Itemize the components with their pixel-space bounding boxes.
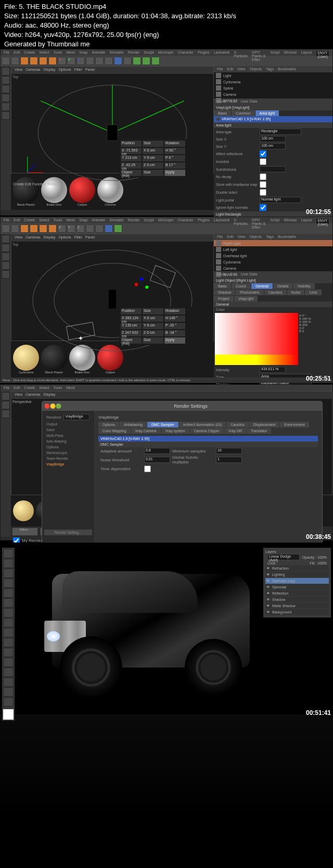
generator-icon[interactable] [142,57,150,65]
dodge-tool-icon[interactable] [3,648,14,657]
render-settings-icon[interactable] [105,57,113,65]
wand-tool-icon[interactable] [3,578,14,588]
invisible-checkbox[interactable] [260,158,266,165]
material-manager[interactable]: Create Edit Function Texture Black Plast… [11,173,214,210]
dialog-title: 🔴🟡🟢Render Settings [42,401,322,411]
spline-icon[interactable] [123,57,132,65]
irradiance-checkbox[interactable] [260,181,266,188]
redo-icon[interactable] [11,57,19,65]
move-tool-icon[interactable] [3,549,14,558]
poly-mode-icon[interactable] [2,103,10,111]
scale-icon[interactable] [39,57,47,65]
svg-rect-11 [67,322,95,340]
rotate-icon[interactable] [48,57,57,65]
effect-button[interactable]: Effect... [12,527,38,536]
layers-panel[interactable]: Layers Linear Dodge (Add)Opacity:100% Lo… [263,548,331,618]
color-picker[interactable] [215,313,298,365]
layer-specular[interactable]: 👁Specular [265,584,329,590]
svg-point-15 [140,278,143,281]
layer-lighting[interactable]: 👁Lighting [265,572,329,577]
texture-mode-icon[interactable] [2,111,10,120]
apply-button-2[interactable]: Apply [164,337,185,344]
edge-mode-icon[interactable] [2,94,10,102]
time-dependent-checkbox[interactable] [144,466,151,472]
ignore-normals-checkbox[interactable] [260,204,266,211]
mode-sidebar[interactable] [1,66,11,210]
car-wheel-rear [185,639,242,696]
eraser-tool-icon[interactable] [3,628,14,637]
point-mode-icon[interactable] [2,85,10,93]
timestamp-3: 00:38:45 [306,533,331,540]
layer-reflection[interactable]: 👁Reflection [265,590,329,596]
c4d-panel-2: FileEditCreateSelectToolsMeshSnapAnimate… [0,217,333,383]
gradient-tool-icon[interactable] [3,638,14,647]
cube-icon[interactable] [114,57,122,65]
render-icon[interactable] [86,57,94,65]
vray-version: ⚫ VRAYforC4D 1.9 [V-RAY 2.55] [214,116,332,122]
object-tree[interactable]: Light Cyclorama Spline Camera BMW X6 [214,72,332,98]
doublesided-checkbox[interactable] [260,189,266,196]
render-region-icon[interactable] [95,57,104,65]
material-brake-disc[interactable] [41,177,67,203]
y-axis-icon[interactable]: Y [67,57,75,65]
layer-refraction[interactable]: 👁Refraction [265,565,329,571]
material-manager-2[interactable]: Cyclorama Black Plastic Brake Disc Calip… [11,341,214,378]
model-mode-icon[interactable] [2,67,10,76]
svg-rect-10 [150,266,175,288]
layer-shadow[interactable]: 👁Shadow [265,597,329,602]
material-caliper[interactable] [69,177,95,203]
object-tree-2[interactable]: Right Light Left light Overhead light Cy… [214,240,332,271]
coordinates-panel-2[interactable]: PositionSizeRotation X 285.124 cmX 0 cmH… [119,307,213,345]
coordinates-panel[interactable]: PositionSizeRotation X -71.593 cmX 0 cmH… [119,139,213,178]
car-wheel-front [60,636,122,699]
layer-matte-shadow[interactable]: 👁Matte Shadow [265,603,329,609]
timestamp-4: 00:51:41 [306,709,331,716]
floor-reflection [0,714,333,819]
material-chrome[interactable] [97,177,123,203]
undo-icon[interactable] [2,57,10,65]
marquee-tool-icon[interactable] [3,559,14,568]
photoshop-panel: Layers Linear Dodge (Add)Opacity:100% Lo… [0,543,333,868]
main-toolbar[interactable]: XYZ [1,56,332,66]
pen-tool-icon[interactable] [3,658,14,667]
object-mode-icon[interactable] [2,76,10,84]
layer-background[interactable]: 👁Background [265,609,329,615]
lasso-tool-icon[interactable] [3,569,14,578]
material-cyclorama[interactable] [13,345,39,371]
crop-tool-icon[interactable] [3,588,14,598]
affect-reflections-checkbox[interactable] [260,150,266,157]
brush-tool-icon[interactable] [3,608,14,618]
hand-tool-icon[interactable] [3,687,14,697]
deformer-icon[interactable] [151,57,160,65]
headlight [47,631,60,641]
material-black-plastic[interactable] [13,177,39,203]
photoshop-toolbar[interactable] [2,548,15,721]
apply-button[interactable]: Apply [164,170,185,176]
render-setting-button[interactable]: Render Setting... [44,530,92,535]
timestamp-1: 00:12:55 [306,208,331,216]
z-axis-icon[interactable]: Z [76,57,85,65]
shape-tool-icon[interactable] [3,677,14,687]
layer-specular-copy[interactable]: 👁Specular copy [265,578,329,584]
timestamp-2: 00:25:51 [306,375,331,382]
main-menu-3[interactable]: FileEditCreateSelectToolsMesh [1,385,332,391]
select-icon[interactable] [20,57,29,65]
svg-line-1 [41,101,112,133]
object-manager-menu[interactable]: FileEditViewObjectsTagsBookmarks [214,66,332,72]
nodecay-checkbox[interactable] [260,173,266,180]
foreground-color[interactable] [3,709,14,720]
hint-bar: Move : Click and drag to move elements. … [1,378,332,383]
main-menu-2[interactable]: FileEditCreateSelectToolsMeshSnapAnimate… [1,217,332,223]
svg-rect-4 [107,125,118,141]
zoom-tool-icon[interactable] [3,697,14,707]
nurbs-icon[interactable] [133,57,141,65]
svg-text:✦: ✦ [78,335,83,342]
svg-line-7 [28,165,35,172]
x-axis-icon[interactable]: X [58,57,66,65]
stamp-tool-icon[interactable] [3,618,14,627]
move-icon[interactable] [30,57,38,65]
text-tool-icon[interactable] [3,668,14,677]
main-toolbar-2[interactable]: XYZ [1,223,332,234]
mode-sidebar-2[interactable] [1,234,11,378]
eyedropper-tool-icon[interactable] [3,598,14,608]
